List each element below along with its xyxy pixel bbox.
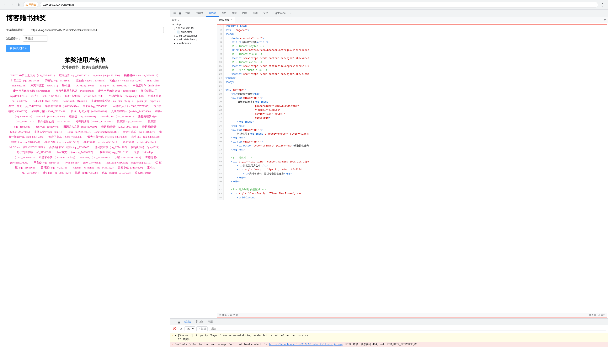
code-line-9: 9 <script src="https://cdn.bootcdn.net/a…: [217, 56, 607, 60]
pool-subtitle: 为博客赠书，提供专业抽奖服务: [6, 65, 164, 70]
console-messages: ⚠ ▶ [Vue warn]: Property "layout" was ac…: [170, 332, 608, 364]
sidebar-item-draw-html[interactable]: 📄 draw.html: [170, 30, 216, 34]
error-text-1: DevTools failed to load source map: Coul…: [175, 343, 606, 346]
tree-arrow-static: ▶: [174, 39, 175, 41]
sidebar-item-webpack[interactable]: ▶ ☁ webpack://: [170, 41, 216, 45]
sidebar-top-label: top: [177, 23, 181, 26]
source-status-bar: 第 19 行，第 24 列 覆盖率：不适用: [217, 313, 607, 317]
tab-security[interactable]: 安全: [260, 10, 271, 17]
filter-label: 过滤账号：: [6, 37, 21, 40]
tab-performance[interactable]: 性能: [229, 10, 239, 17]
staticfile-label: cdn.staticfile.org: [179, 38, 197, 41]
bottom-inspect-icon[interactable]: ▣: [177, 320, 181, 324]
back-button[interactable]: ←: [2, 2, 8, 8]
code-line-13: 13 <script src="https://cdn.bootcdn.net/…: [217, 72, 607, 76]
sidebar-item-staticfile[interactable]: ▶ ☁ cdn.staticfile.org: [170, 38, 216, 41]
code-line-35: 35 <div style="text-align: center;margin…: [217, 160, 607, 164]
console-clear-icon[interactable]: 🚫: [172, 326, 177, 331]
error-icon: ✕: [172, 343, 174, 346]
source-tab-draw-html[interactable]: draw.html ✕: [216, 17, 235, 23]
devtools-button[interactable]: ⋮: [600, 2, 606, 8]
tab-application[interactable]: 应用: [250, 10, 260, 17]
console-filter-icon[interactable]: ⊘: [178, 326, 183, 331]
tree-arrow-webpack: ▶: [174, 42, 175, 44]
devtools-menu-icon[interactable]: ☰: [172, 11, 177, 16]
code-line-10: 10 <!-- Import axios -->: [217, 60, 607, 65]
source-code-area[interactable]: 1 <!DOCTYPE html> 2 <html lang="en"> 3 <…: [217, 25, 607, 313]
close-tab-icon[interactable]: ✕: [231, 18, 232, 21]
tree-arrow-bootcdn: ▶: [174, 35, 175, 37]
left-panel: 博客赠书抽奖 抽奖博客地址： 过滤账号： 获取抽奖账号 抽奖池用户名单 为博客赠…: [0, 10, 170, 364]
tab-lighthouse[interactable]: Lighthouse: [271, 10, 288, 17]
code-line-34: 34 <!-- 抽奖池 -->: [217, 156, 607, 160]
tab-new-features[interactable]: 新功能: [194, 319, 205, 325]
tab-console[interactable]: 控制台: [193, 10, 206, 17]
get-accounts-button[interactable]: 获取抽奖账号: [6, 45, 30, 52]
url-text: 139.159.230.49/draw.html: [43, 3, 595, 6]
code-line-17: 17 <div id="app">: [217, 88, 607, 92]
warning-text-1: ▶ [Vue warn]: Property "layout" was acce…: [175, 334, 606, 341]
expand-source-button[interactable]: ⊡: [602, 18, 608, 22]
tree-arrow-top: ▼: [172, 24, 174, 26]
code-line-7: 7 <link href="https://cdn.bootcdn.net/aj…: [217, 48, 607, 52]
sidebar-item-bootcdn[interactable]: ▶ ☁ cdn.bootcdn.net: [170, 34, 216, 38]
folder-icon: □: [175, 23, 176, 26]
tab-network[interactable]: 网络: [219, 10, 229, 17]
tab-elements[interactable]: 元素: [183, 10, 193, 17]
code-line-42: 42 <!-- 用户列表 内容区域 -->: [217, 188, 607, 192]
code-line-4: 4 <meta charset="UTF-8">: [217, 37, 607, 40]
sidebar-header-label: 网页: [172, 19, 177, 22]
coverage-badge: 覆盖率：不适用: [589, 313, 605, 317]
filter-input[interactable]: [23, 36, 48, 41]
source-content-wrapper: 1 <!DOCTYPE html> 2 <html lang="en"> 3 <…: [217, 24, 607, 317]
error-link[interactable]: https://cdn.bootc lus/2.3.3/index.full.m…: [269, 343, 343, 346]
tab-issues[interactable]: 问题: [206, 319, 215, 325]
blog-url-input[interactable]: [29, 27, 164, 33]
code-line-6: 6 <!-- Import styles -->: [217, 44, 607, 48]
code-line-8: 8 <!-- Import Vue 3 -->: [217, 52, 607, 56]
sidebar-more-icon[interactable]: »: [178, 19, 179, 22]
code-line-25: 25 </el-input>: [217, 120, 607, 124]
browser-toolbar: ← → ↻ ⚠ 不安全 139.159.230.49/draw.html ⋮: [0, 0, 608, 9]
sidebar-menu-icon[interactable]: ⋮: [212, 19, 214, 22]
code-line-22: 22 v-model="blogUrl": [217, 108, 607, 112]
tab-sources[interactable]: 源代码: [206, 10, 219, 17]
code-line-24: 24 clearable>: [217, 116, 607, 120]
code-line-36: 36 <h1>抽奖池用户名单</h1>: [217, 164, 607, 168]
main-layout: 博客赠书抽奖 抽奖博客地址： 过滤账号： 获取抽奖账号 抽奖池用户名单 为博客赠…: [0, 10, 608, 364]
url-bar[interactable]: 139.159.230.49/draw.html: [40, 2, 598, 8]
console-toolbar: 🚫 ⊘ top 👁 过滤: [170, 325, 608, 332]
console-warning-1: ⚠ ▶ [Vue warn]: Property "layout" was ac…: [170, 333, 608, 342]
devtools-inspect-icon[interactable]: ▣: [178, 11, 182, 16]
code-line-31: 31 <el-button type="primary" @click="qc"…: [217, 144, 607, 148]
bottom-menu-icon[interactable]: ☰: [172, 320, 176, 324]
eye-label: 过滤: [201, 327, 206, 331]
code-line-3: 3 <head>: [217, 32, 607, 36]
more-tabs-button[interactable]: »: [289, 12, 292, 15]
sidebar-item-top[interactable]: ▼ □ top: [170, 23, 216, 26]
user-list-text: TJUTCM-策士之九尾（m0_65748531） 程序边界（qq_326823…: [8, 74, 164, 174]
tab-console-bottom[interactable]: 控制台: [181, 319, 193, 325]
eye-filter-button[interactable]: 👁 过滤: [196, 326, 207, 331]
code-line-37: 37 <div style="margin: 20px 0 ; color: #…: [217, 168, 607, 172]
reload-button[interactable]: ↻: [16, 2, 22, 8]
browser-chrome: ← → ↻ ⚠ 不安全 139.159.230.49/draw.html ⋮: [0, 0, 608, 10]
security-indicator: ⚠ 不安全: [23, 2, 39, 7]
code-line-15: 15 <body>: [217, 80, 607, 84]
warning-icon: ⚠: [172, 334, 174, 337]
origin-label: 139.159.230.49: [176, 27, 194, 30]
tree-arrow-origin: △: [174, 27, 175, 29]
tab-memory[interactable]: 内存: [240, 10, 250, 17]
blog-url-label: 抽奖博客地址：: [6, 28, 26, 32]
code-line-14: 14 </head>: [217, 76, 607, 80]
code-line-30: 30 <el-row class="mb-4">: [217, 140, 607, 144]
webpack-label: webpack://: [179, 42, 191, 45]
console-filter-input[interactable]: [209, 327, 606, 331]
context-selector[interactable]: top: [184, 326, 195, 331]
code-line-44: 44 <grid-layout: [217, 196, 607, 200]
forward-button[interactable]: →: [9, 2, 15, 8]
devtools-main-content: 网页 » ⋮ ▼ □ top △ 139.159.230.49 📄 draw.h…: [170, 17, 608, 318]
sidebar-header: 网页 » ⋮: [170, 18, 216, 23]
code-line-16: 16: [217, 84, 607, 88]
sidebar-item-origin[interactable]: △ 139.159.230.49: [170, 26, 216, 30]
